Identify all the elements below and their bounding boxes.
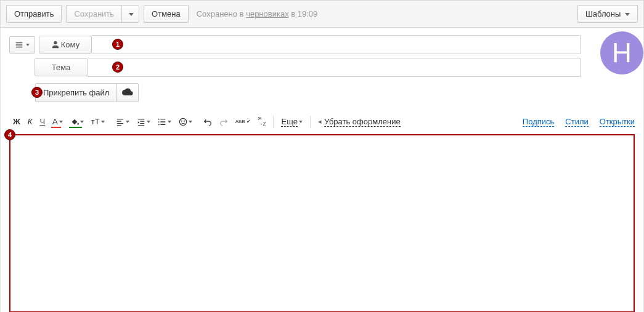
redo-icon bbox=[219, 118, 228, 126]
italic-button[interactable]: К bbox=[24, 114, 36, 129]
list-button[interactable] bbox=[154, 115, 175, 129]
saved-time: в 19:09 bbox=[289, 9, 318, 18]
clear-format-button[interactable]: ◂ Убрать оформление bbox=[314, 114, 404, 129]
person-icon bbox=[51, 40, 60, 49]
caret-down-icon bbox=[189, 121, 192, 123]
caret-down-icon bbox=[80, 121, 84, 123]
compose-area: Н Кому 1 Тема 2 3 Прикрепить файл bbox=[0, 28, 644, 312]
to-label-button[interactable]: Кому bbox=[39, 36, 92, 54]
indent-button[interactable] bbox=[133, 115, 154, 129]
caret-down-icon bbox=[625, 13, 630, 16]
cancel-button[interactable]: Отмена bbox=[144, 5, 189, 23]
caret-down-icon bbox=[168, 121, 171, 123]
svg-point-1 bbox=[158, 121, 160, 122]
to-label-text: Кому bbox=[61, 40, 79, 49]
separator bbox=[273, 116, 274, 128]
bold-button[interactable]: Ж bbox=[9, 114, 24, 129]
emoji-button[interactable] bbox=[175, 115, 196, 129]
redo-button[interactable] bbox=[216, 115, 232, 129]
svg-point-0 bbox=[158, 119, 160, 120]
svg-point-3 bbox=[179, 118, 186, 125]
caret-down-icon bbox=[26, 44, 30, 46]
subject-label-button[interactable]: Тема bbox=[35, 58, 88, 76]
caret-down-icon bbox=[147, 121, 150, 123]
cards-link[interactable]: Открытки bbox=[600, 117, 635, 127]
list-icon bbox=[158, 118, 166, 126]
annotation-marker-1: 1 bbox=[112, 39, 123, 50]
message-body-editor[interactable] bbox=[9, 134, 635, 312]
svg-point-2 bbox=[158, 124, 160, 125]
to-input[interactable] bbox=[92, 35, 581, 54]
caret-down-icon bbox=[126, 121, 129, 123]
styles-link[interactable]: Стили bbox=[565, 117, 588, 127]
caret-down-icon bbox=[129, 13, 134, 16]
attach-cloud-button[interactable] bbox=[117, 83, 139, 102]
align-icon bbox=[116, 118, 124, 126]
caret-down-icon bbox=[101, 121, 105, 123]
save-button-group: Сохранить bbox=[66, 5, 139, 23]
annotation-marker-2: 2 bbox=[112, 62, 123, 73]
smile-icon bbox=[179, 118, 187, 126]
templates-button[interactable]: Шаблоны bbox=[577, 5, 638, 23]
underline-button[interactable]: Ч bbox=[36, 114, 49, 129]
caret-down-icon bbox=[59, 121, 63, 123]
format-toolbar: Ж К Ч А тТ АБВ✔ bbox=[9, 110, 635, 134]
attach-row: 3 Прикрепить файл bbox=[9, 83, 635, 102]
svg-point-4 bbox=[181, 121, 182, 122]
saved-status: Сохранено в черновиках в 19:09 bbox=[197, 9, 318, 18]
save-button[interactable]: Сохранить bbox=[66, 5, 122, 23]
annotation-marker-3: 3 bbox=[31, 87, 43, 98]
text-color-button[interactable]: А bbox=[49, 114, 67, 129]
fill-color-button[interactable] bbox=[67, 115, 88, 129]
cloud-icon bbox=[122, 87, 133, 96]
translit-button[interactable]: Я→Z bbox=[255, 114, 270, 130]
align-button[interactable] bbox=[112, 115, 133, 129]
attach-file-button[interactable]: Прикрепить файл bbox=[35, 83, 117, 102]
undo-icon bbox=[203, 118, 212, 126]
chevron-left-icon: ◂ bbox=[318, 118, 322, 126]
save-dropdown-button[interactable] bbox=[122, 5, 139, 23]
svg-point-5 bbox=[184, 121, 185, 122]
menu-icon bbox=[15, 41, 23, 49]
send-button[interactable]: Отправить bbox=[6, 5, 62, 23]
subject-input[interactable] bbox=[88, 58, 581, 77]
font-size-button[interactable]: тТ bbox=[88, 114, 108, 129]
drafts-link[interactable]: черновиках bbox=[246, 9, 289, 18]
indent-icon bbox=[137, 118, 145, 126]
paint-icon bbox=[70, 118, 79, 126]
undo-button[interactable] bbox=[200, 115, 216, 129]
annotation-marker-4: 4 bbox=[4, 129, 15, 140]
row-options-button[interactable] bbox=[9, 36, 35, 54]
editor-wrap: 4 bbox=[9, 134, 635, 312]
caret-down-icon bbox=[299, 121, 303, 123]
saved-prefix: Сохранено в bbox=[197, 9, 246, 18]
signature-link[interactable]: Подпись bbox=[523, 117, 554, 127]
spellcheck-button[interactable]: АБВ✔ bbox=[232, 117, 255, 127]
separator bbox=[310, 116, 311, 128]
top-actions-bar: Отправить Сохранить Отмена Сохранено в ч… bbox=[0, 0, 644, 28]
more-button[interactable]: Еще bbox=[277, 114, 306, 129]
templates-label: Шаблоны bbox=[585, 9, 621, 18]
